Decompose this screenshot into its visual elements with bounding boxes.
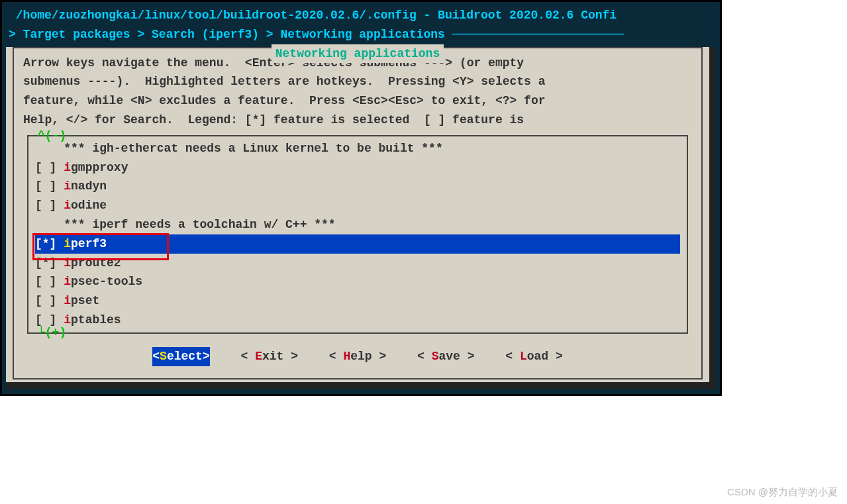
select-button[interactable]: <Select>	[152, 347, 209, 366]
list-item[interactable]: [ ] iptables	[35, 311, 680, 330]
list-item[interactable]: [ ] iodine	[35, 196, 680, 215]
option-list[interactable]: ^(-) *** igh-ethercat needs a Linux kern…	[27, 135, 688, 334]
help-button[interactable]: < Help >	[329, 347, 386, 366]
list-item[interactable]: [*] iperf3	[35, 234, 680, 254]
scroll-up-indicator: ^(-)	[38, 126, 66, 146]
load-button[interactable]: < Load >	[505, 347, 562, 366]
list-item[interactable]: [*] iproute2	[35, 254, 680, 273]
config-path: /home/zuozhongkai/linux/tool/buildroot-2…	[9, 9, 617, 22]
list-comment: *** igh-ethercat needs a Linux kernel to…	[35, 139, 680, 158]
terminal-window: /home/zuozhongkai/linux/tool/buildroot-2…	[0, 0, 722, 396]
list-item[interactable]: [ ] ipset	[35, 291, 680, 311]
list-comment: *** iperf needs a toolchain w/ C++ ***	[35, 215, 680, 234]
title-bar: /home/zuozhongkai/linux/tool/buildroot-2…	[6, 6, 716, 44]
list-item[interactable]: [ ] igmpproxy	[35, 158, 680, 177]
button-bar: <Select> < Exit > < Help > < Save > < Lo…	[23, 338, 692, 369]
save-button[interactable]: < Save >	[417, 347, 474, 366]
menuconfig-dialog: Networking applications Arrow keys navig…	[6, 47, 709, 382]
help-text: Arrow keys navigate the menu. <Enter> se…	[23, 54, 692, 130]
list-item[interactable]: [ ] ipsec-tools	[35, 272, 680, 291]
title-rule: ────────────────────────	[452, 28, 624, 41]
dialog-title: Networking applications	[272, 44, 444, 64]
scroll-down-indicator: └(+)	[38, 323, 66, 342]
list-item[interactable]: [ ] inadyn	[35, 177, 680, 196]
exit-button[interactable]: < Exit >	[241, 347, 298, 366]
breadcrumb: > Target packages > Search (iperf3) > Ne…	[9, 28, 452, 41]
